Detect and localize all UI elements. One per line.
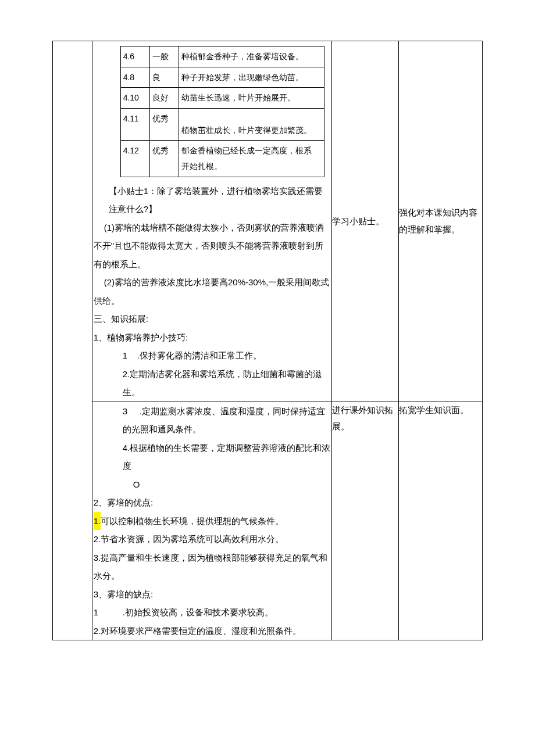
observation-table: 4.6一般种植郁金香种子，准备雾培设备。4.8良种子开始发芽，出现嫩绿色幼苗。4…: [120, 46, 324, 177]
s3-2-title: 2、雾培的优点:: [92, 493, 331, 512]
s3-2-item-3: 3.提高产量和生长速度，因为植物根部能够获得充足的氧气和水分。: [92, 549, 331, 585]
side-r1-b: 进行课外知识拓展。: [331, 402, 399, 640]
s3-1-item-1: 1 .保持雾化器的清洁和正常工作。: [92, 346, 331, 365]
s3-2-item-2: 2.节省水资源，因为雾培系统可以高效利用水分。: [92, 530, 331, 549]
table-row: 4.6一般种植郁金香种子，准备雾培设备。: [120, 46, 324, 67]
obs-rating: 良: [149, 67, 179, 88]
s3-1-item-4: 4.根据植物的生长需要，定期调整营养溶液的配比和浓度: [92, 439, 331, 475]
s3-1-item-2: 2.定期清洁雾化器和雾培系统，防止细菌和霉菌的滋生。: [92, 365, 331, 402]
main-content-cell-1: 4.6一般种植郁金香种子，准备雾培设备。4.8良种子开始发芽，出现嫩绿色幼苗。4…: [92, 41, 331, 402]
lesson-table: 4.6一般种植郁金香种子，准备雾培设备。4.8良种子开始发芽，出现嫩绿色幼苗。4…: [52, 41, 483, 640]
obs-note: 种子开始发芽，出现嫩绿色幼苗。: [179, 67, 324, 88]
obs-date: 4.11: [120, 108, 149, 141]
obs-rating: 优秀: [149, 141, 179, 177]
obs-date: 4.10: [120, 88, 149, 109]
highlight-marker: 1.: [94, 512, 101, 531]
tip1-title: 【小贴士1：除了雾培装置外，进行植物雾培实践还需要注意什么?】: [92, 182, 331, 218]
obs-date: 4.8: [120, 67, 149, 88]
table-row: 4.11优秀植物茁壮成长，叶片变得更加繁茂。: [120, 108, 324, 141]
table-row: 4.8良种子开始发芽，出现嫩绿色幼苗。: [120, 67, 324, 88]
table-row: 4.12优秀郁金香植物已经长成一定高度，根系开始扎根。: [120, 141, 324, 177]
obs-rating: 优秀: [149, 108, 179, 141]
obs-note: 郁金香植物已经长成一定高度，根系开始扎根。: [179, 141, 324, 177]
s3-3-item-1: 1 .初始投资较高，设备和技术要求较高。: [92, 603, 331, 622]
main-content-cell-2: 3 .定期监测水雾浓度、温度和湿度，同时保持适宜的光照和通风条件。 4.根据植物…: [92, 402, 331, 640]
obs-rating: 良好: [149, 88, 179, 109]
obs-note: 种植郁金香种子，准备雾培设备。: [179, 46, 324, 67]
s3-1-tail: O: [92, 475, 331, 494]
obs-date: 4.12: [120, 141, 149, 177]
obs-note: 植物茁壮成长，叶片变得更加繁茂。: [179, 108, 324, 141]
obs-date: 4.6: [120, 46, 149, 67]
obs-note: 幼苗生长迅速，叶片开始展开。: [179, 88, 324, 109]
s3-1-item-3: 3 .定期监测水雾浓度、温度和湿度，同时保持适宜的光照和通风条件。: [92, 402, 331, 439]
section3-title: 三、知识拓展:: [92, 310, 331, 328]
s3-3-item-2: 2.对环境要求严格需要恒定的温度、湿度和光照条件。: [92, 622, 331, 640]
side-r2-a: 强化对本课知识内容的理解和掌握。: [399, 41, 483, 402]
tip1-item-2: (2)雾培的营养液浓度比水培要高20%-30%,一般采用间歇式供给。: [92, 273, 331, 310]
table-row: 4.10良好幼苗生长迅速，叶片开始展开。: [120, 88, 324, 109]
s3-1-title: 1、植物雾培养护小技巧:: [92, 328, 331, 347]
s3-3-title: 3、雾培的缺点:: [92, 585, 331, 604]
side-r2-b: 拓宽学生知识面。: [399, 402, 483, 640]
side-r1-a: 学习小贴士。: [331, 41, 399, 402]
tip1-item-1: (1)雾培的栽培槽不能做得太狭小，否则雾状的营养液喷洒不开"且也不能做得太宽大，…: [92, 218, 331, 274]
s3-2-item-1: 1.可以控制植物生长环境，提供理想的气候条件。: [92, 512, 331, 531]
left-margin-cell: [53, 41, 92, 640]
obs-rating: 一般: [149, 46, 179, 67]
